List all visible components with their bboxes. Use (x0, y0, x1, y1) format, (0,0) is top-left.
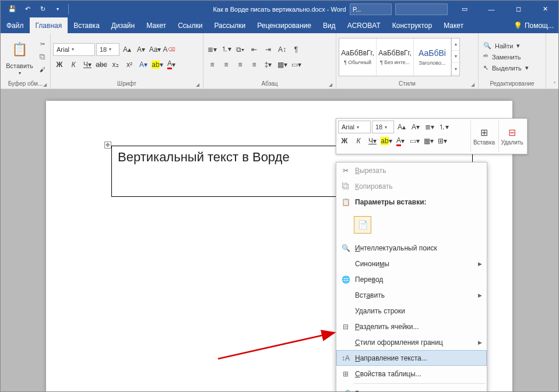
replace-button[interactable]: ᵃᵇЗаменить (482, 52, 530, 62)
mini-insert-button[interactable]: ⊞ Вставка (470, 121, 497, 152)
sort-icon[interactable]: A↕ (276, 43, 289, 56)
mini-underline-icon[interactable]: Ч▾ (366, 135, 379, 147)
font-launcher-icon[interactable]: ◢ (196, 82, 199, 87)
ctx-smart-lookup[interactable]: 🔍 Интеллектуальный поиск (336, 240, 487, 256)
align-right-icon[interactable]: ≡ (234, 58, 247, 71)
styles-down-icon[interactable]: ▾ (452, 51, 459, 63)
select-button[interactable]: ↖Выделить ▾ (482, 63, 530, 73)
document-page[interactable]: ✥ Вертикальный текст в Ворде Arial▾ 18▾ … (46, 101, 512, 391)
bold-button[interactable]: Ж (53, 58, 66, 71)
mini-font-combo[interactable]: Arial▾ (338, 121, 371, 133)
tab-home[interactable]: Главная (30, 17, 68, 33)
font-size-combo[interactable]: 18▾ (96, 43, 119, 56)
minimize-icon[interactable]: — (478, 1, 505, 17)
qat-customize-icon[interactable]: ▾ (51, 2, 65, 16)
close-icon[interactable]: ✕ (532, 1, 558, 17)
undo-icon[interactable]: ↶ (20, 2, 34, 16)
document-area[interactable]: ✥ Вертикальный текст в Ворде Arial▾ 18▾ … (1, 89, 558, 391)
underline-button[interactable]: Ч▾ (81, 58, 94, 71)
tab-acrobat[interactable]: ACROBAT (342, 17, 386, 33)
paste-keep-source-icon[interactable]: 📄 (354, 216, 371, 234)
text-effects-icon[interactable]: A▾ (137, 58, 150, 71)
tab-insert[interactable]: Вставка (68, 17, 106, 33)
mini-grow-font-icon[interactable]: A▴ (395, 121, 408, 133)
account-pill[interactable]: Р... (350, 3, 392, 15)
styles-up-icon[interactable]: ▴ (452, 38, 459, 51)
mini-bold-button[interactable]: Ж (338, 135, 351, 147)
ctx-hyperlink[interactable]: 🔗 Гиперссылка... (336, 386, 487, 391)
mini-shrink-font-icon[interactable]: A▾ (409, 121, 422, 133)
ctx-copy[interactable]: ⿻ Копировать (336, 178, 487, 194)
mini-align-icon[interactable]: ⊞▾ (436, 135, 449, 147)
italic-button[interactable]: К (67, 58, 80, 71)
increase-indent-icon[interactable]: ⇥ (262, 43, 275, 56)
account-pill-2[interactable] (395, 3, 448, 15)
tab-design[interactable]: Дизайн (106, 17, 140, 33)
tab-review[interactable]: Рецензирование (251, 17, 317, 33)
font-color-icon[interactable]: A▾ (165, 58, 178, 71)
borders-icon[interactable]: ▭▾ (290, 58, 303, 71)
styles-gallery[interactable]: АаБбВвГг, ¶ Обычный АаБбВвГг, ¶ Без инте… (339, 38, 460, 76)
copy-icon[interactable]: ⿻ (37, 52, 48, 62)
tab-file[interactable]: Файл (1, 17, 30, 33)
ctx-insert[interactable]: Вставить ▶ (336, 287, 487, 303)
cut-icon[interactable]: ✂ (37, 39, 48, 50)
subscript-button[interactable]: x₂ (109, 58, 122, 71)
grow-font-icon[interactable]: A▴ (121, 43, 133, 56)
cell-text[interactable]: Вертикальный текст в Ворде (118, 150, 290, 164)
line-spacing-icon[interactable]: ‡▾ (262, 58, 275, 71)
justify-icon[interactable]: ≡ (248, 58, 261, 71)
ctx-delete-rows[interactable]: Удалить строки (336, 303, 487, 319)
mini-bullets-icon[interactable]: ≣▾ (423, 121, 436, 133)
ctx-split-cells[interactable]: ⊟ Разделить ячейки... (336, 319, 487, 334)
ctx-translate[interactable]: 🌐 Перевод (336, 271, 487, 287)
paste-button[interactable]: 📋 Вставить ▾ (3, 38, 36, 76)
mini-size-combo[interactable]: 18▾ (372, 121, 394, 133)
mini-italic-button[interactable]: К (352, 135, 365, 147)
multilevel-icon[interactable]: ⧉▾ (234, 43, 247, 56)
ctx-text-direction[interactable]: ↕A Направление текста... (336, 350, 487, 366)
tab-layout[interactable]: Макет (140, 17, 172, 33)
table-move-handle-icon[interactable]: ✥ (104, 142, 111, 149)
font-name-combo[interactable]: Arial▾ (53, 43, 95, 56)
mini-borders-icon[interactable]: ▭▾ (408, 135, 421, 147)
show-marks-icon[interactable]: ¶ (290, 43, 303, 56)
tell-me-field[interactable]: Помощ... (525, 22, 554, 30)
tab-references[interactable]: Ссылки (172, 17, 208, 33)
mini-font-color-icon[interactable]: A▾ (394, 135, 407, 147)
clear-formatting-icon[interactable]: A⌫ (163, 43, 175, 56)
align-center-icon[interactable]: ≡ (220, 58, 233, 71)
style-heading[interactable]: АаБбВі Заголово... (414, 38, 451, 76)
save-icon[interactable]: 💾 (5, 2, 19, 16)
style-normal[interactable]: АаБбВвГг, ¶ Обычный (339, 38, 377, 76)
decrease-indent-icon[interactable]: ⇤ (248, 43, 261, 56)
mini-highlight-icon[interactable]: ab▾ (380, 135, 393, 147)
ribbon-options-icon[interactable]: ▭ (451, 1, 478, 17)
ctx-cut[interactable]: ✂ Вырезать (336, 163, 487, 178)
tab-constructor[interactable]: Конструктор (386, 17, 438, 33)
superscript-button[interactable]: x² (123, 58, 136, 71)
tell-me-icon[interactable]: 💡 (514, 22, 522, 30)
strikethrough-button[interactable]: abc (95, 58, 108, 71)
align-left-icon[interactable]: ≡ (206, 58, 219, 71)
ctx-border-styles[interactable]: Стили оформления границ ▶ (336, 334, 487, 350)
mini-delete-button[interactable]: ⊟ Удалить (498, 121, 525, 152)
collapse-ribbon-icon[interactable]: ˄ (553, 81, 556, 87)
tab-mailings[interactable]: Рассылки (208, 17, 251, 33)
mini-shading-icon[interactable]: ▦▾ (422, 135, 435, 147)
change-case-icon[interactable]: Aa▾ (149, 43, 161, 56)
redo-icon[interactable]: ↻ (36, 2, 50, 16)
ctx-synonyms[interactable]: Синонимы ▶ (336, 256, 487, 271)
mini-numbering-icon[interactable]: ⒈▾ (437, 121, 450, 133)
maximize-icon[interactable]: ◻ (505, 1, 532, 17)
ctx-table-properties[interactable]: ⊞ Свойства таблицы... (336, 366, 487, 382)
styles-launcher-icon[interactable]: ◢ (471, 82, 474, 87)
clipboard-launcher-icon[interactable]: ◢ (43, 82, 47, 87)
numbering-icon[interactable]: ⒈▾ (220, 43, 233, 56)
bullets-icon[interactable]: ≣▾ (206, 43, 219, 56)
tab-layout-2[interactable]: Макет (438, 17, 469, 33)
paragraph-launcher-icon[interactable]: ◢ (329, 82, 332, 87)
tab-view[interactable]: Вид (317, 17, 342, 33)
style-no-spacing[interactable]: АаБбВвГг, ¶ Без инте... (377, 38, 414, 76)
find-button[interactable]: 🔍Найти ▾ (482, 41, 530, 51)
